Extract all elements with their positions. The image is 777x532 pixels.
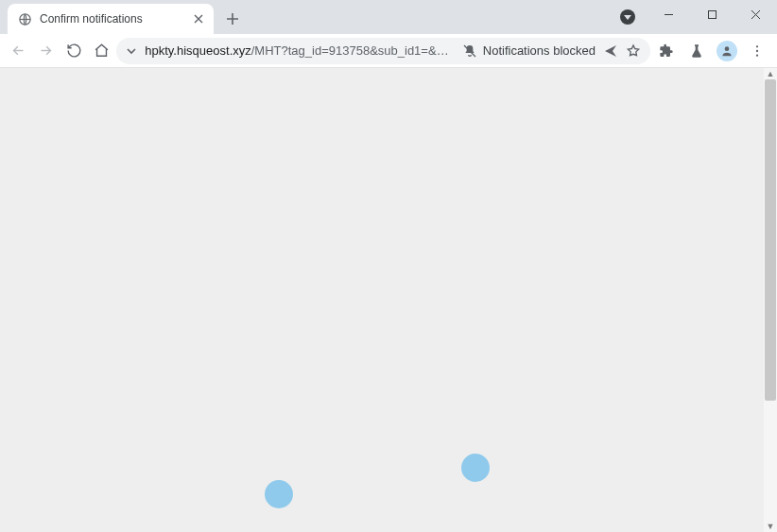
- scrollbar-thumb[interactable]: [765, 79, 776, 401]
- svg-point-5: [756, 49, 758, 51]
- bell-off-icon: [462, 43, 477, 59]
- send-icon[interactable]: [603, 43, 618, 59]
- vertical-scrollbar[interactable]: ▲ ▼: [764, 68, 777, 532]
- svg-point-4: [756, 45, 758, 47]
- extensions-button[interactable]: [652, 37, 681, 65]
- window-controls: [647, 0, 777, 28]
- chrome-menu-button[interactable]: [743, 37, 771, 65]
- browser-tab[interactable]: Confirm notifications: [8, 4, 214, 34]
- tab-title: Confirm notifications: [40, 12, 183, 26]
- scroll-up-arrow-icon[interactable]: ▲: [764, 68, 777, 79]
- window-minimize-button[interactable]: [647, 0, 690, 28]
- svg-point-3: [725, 46, 730, 51]
- toolbar: hpkty.hisqueost.xyz/MHT?tag_id=913758&su…: [0, 34, 777, 68]
- scroll-down-arrow-icon[interactable]: ▼: [764, 521, 777, 532]
- address-bar[interactable]: hpkty.hisqueost.xyz/MHT?tag_id=913758&su…: [116, 38, 650, 64]
- globe-icon: [17, 11, 32, 26]
- site-info-chevron-icon[interactable]: [126, 44, 137, 58]
- content-area: ▲ ▼: [0, 68, 777, 532]
- url-text: hpkty.hisqueost.xyz/MHT?tag_id=913758&su…: [145, 43, 455, 58]
- home-button[interactable]: [89, 37, 114, 65]
- labs-flask-icon[interactable]: [682, 37, 711, 65]
- back-button[interactable]: [6, 37, 31, 65]
- toolbar-right-icons: [652, 37, 771, 65]
- svg-rect-1: [708, 10, 716, 18]
- loading-dot: [461, 454, 490, 482]
- tab-close-button[interactable]: [191, 11, 206, 26]
- shield-dropdown-icon[interactable]: [618, 8, 637, 26]
- profile-avatar[interactable]: [713, 37, 741, 65]
- titlebar: Confirm notifications: [0, 0, 777, 34]
- notifications-blocked-label: Notifications blocked: [483, 43, 596, 58]
- reload-button[interactable]: [61, 37, 87, 65]
- url-path: /MHT?tag_id=913758&sub_id1=&sub_id2=1...: [251, 43, 455, 58]
- svg-point-6: [756, 54, 758, 56]
- url-host: hpkty.hisqueost.xyz: [145, 43, 250, 58]
- bookmark-star-icon[interactable]: [626, 43, 641, 59]
- loading-dot: [265, 480, 293, 508]
- page-body: [0, 68, 764, 532]
- window-close-button[interactable]: [734, 0, 777, 28]
- new-tab-button[interactable]: [219, 6, 246, 32]
- window-maximize-button[interactable]: [690, 0, 734, 28]
- forward-button[interactable]: [33, 37, 59, 65]
- notifications-blocked-chip[interactable]: Notifications blocked: [462, 43, 596, 59]
